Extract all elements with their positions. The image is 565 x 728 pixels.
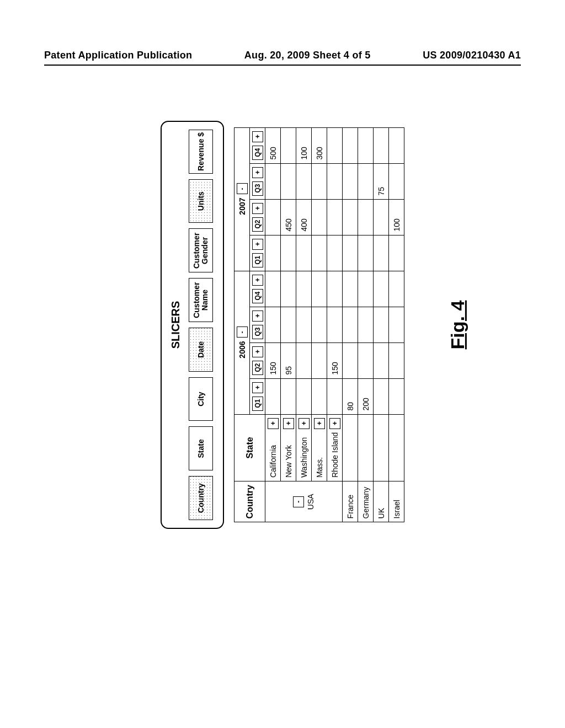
expand-toggle[interactable]: + (299, 418, 310, 429)
quarter-label: Q4 (252, 146, 263, 160)
expand-toggle[interactable]: + (252, 203, 263, 214)
slicers-title: SLICERS (169, 130, 182, 520)
data-cell (358, 307, 374, 342)
data-cell (281, 235, 296, 271)
expand-toggle[interactable]: + (283, 418, 294, 429)
data-cell (327, 163, 343, 199)
state-cell (343, 414, 358, 481)
data-cell (327, 235, 343, 271)
data-cell (343, 307, 358, 342)
data-cell (343, 163, 358, 199)
country-cell: Israel (389, 481, 404, 522)
page: Patent Application Publication Aug. 20, … (0, 0, 565, 728)
data-cell (281, 163, 296, 199)
figure-area: SLICERS CountryStateCityDateCustomer Nam… (44, 99, 521, 551)
slicer-chip[interactable]: Customer Name (189, 278, 213, 322)
state-cell (358, 414, 374, 481)
state-name: Washington (300, 437, 308, 478)
expand-toggle[interactable]: + (252, 382, 263, 393)
slicer-chip[interactable]: State (189, 427, 213, 471)
expand-toggle[interactable]: + (268, 418, 279, 429)
data-cell (327, 127, 343, 163)
data-cell (296, 342, 312, 378)
quarter-label: Q1 (252, 397, 263, 411)
data-cell (389, 378, 404, 414)
year-header: 2006- (234, 271, 250, 414)
table-row: France80 (343, 127, 358, 522)
table-row: -USACalifornia+150500 (265, 127, 281, 522)
data-cell (265, 271, 281, 307)
data-cell (281, 307, 296, 342)
quarter-header: Q1+ (250, 378, 265, 414)
data-cell: 75 (374, 163, 389, 199)
slicer-chip[interactable]: Country (189, 476, 213, 520)
year-label: 2007 (238, 198, 247, 215)
country-cell: Germany (358, 481, 374, 522)
data-cell (389, 163, 404, 199)
data-cell (296, 163, 312, 199)
data-cell (343, 199, 358, 235)
data-cell (312, 235, 327, 271)
slicer-row: CountryStateCityDateCustomer NameCustome… (189, 130, 213, 520)
data-cell (389, 307, 404, 342)
expand-toggle[interactable]: + (252, 275, 263, 286)
figure-label: Fig. 4 (447, 301, 468, 350)
data-cell (358, 127, 374, 163)
expand-toggle[interactable]: + (252, 311, 263, 322)
table-row: Germany200 (358, 127, 374, 522)
expand-toggle[interactable]: + (329, 418, 340, 429)
slicer-chip[interactable]: City (189, 377, 213, 421)
data-cell (374, 127, 389, 163)
expand-toggle[interactable]: + (252, 239, 263, 250)
data-cell (389, 127, 404, 163)
slicer-chip[interactable]: Customer Gender (189, 229, 213, 273)
quarter-header: Q4+ (250, 127, 265, 163)
data-cell (389, 342, 404, 378)
slicer-chip[interactable]: Units (189, 179, 213, 223)
data-cell: 150 (265, 342, 281, 378)
slicer-chip[interactable]: Revenue $ (189, 130, 213, 174)
slicers-panel: SLICERS CountryStateCityDateCustomer Nam… (161, 121, 224, 529)
data-cell (265, 163, 281, 199)
expand-toggle[interactable]: + (252, 167, 263, 178)
table-row: Washington+400100 (296, 127, 312, 522)
data-cell (327, 378, 343, 414)
data-cell (374, 307, 389, 342)
expand-toggle[interactable]: + (252, 346, 263, 357)
data-cell: 100 (389, 199, 404, 235)
data-cell: 150 (327, 342, 343, 378)
data-cell (374, 199, 389, 235)
quarter-label: Q1 (252, 253, 263, 267)
data-cell: 400 (296, 199, 312, 235)
pivot-table: CountryState2006-2007-Q1+Q2+Q3+Q4+Q1+Q2+… (234, 127, 404, 523)
quarter-header: Q1+ (250, 235, 265, 271)
data-cell (312, 342, 327, 378)
data-cell (343, 127, 358, 163)
year-label: 2006 (238, 341, 247, 358)
state-name: Rhode Island (331, 432, 339, 478)
page-header: Patent Application Publication Aug. 20, … (44, 50, 521, 61)
data-cell: 100 (296, 127, 312, 163)
data-cell (374, 235, 389, 271)
state-cell: Rhode Island+ (327, 414, 343, 481)
data-cell (265, 307, 281, 342)
quarter-header: Q2+ (250, 342, 265, 378)
data-cell (389, 235, 404, 271)
expand-toggle[interactable]: + (252, 131, 263, 142)
slicer-chip[interactable]: Date (189, 328, 213, 372)
year-header: 2007- (234, 127, 250, 271)
state-cell: Mass.+ (312, 414, 327, 481)
quarter-header: Q2+ (250, 199, 265, 235)
collapse-toggle[interactable]: - (237, 327, 248, 338)
country-name: USA (306, 494, 315, 510)
collapse-toggle[interactable]: - (237, 184, 248, 195)
expand-toggle[interactable]: + (314, 418, 325, 429)
collapse-toggle[interactable]: - (293, 496, 304, 507)
data-cell: 200 (358, 378, 374, 414)
data-cell (343, 342, 358, 378)
data-cell (358, 271, 374, 307)
state-cell (389, 414, 404, 481)
data-cell (343, 235, 358, 271)
rotated-figure: SLICERS CountryStateCityDateCustomer Nam… (161, 99, 404, 551)
data-cell (389, 271, 404, 307)
